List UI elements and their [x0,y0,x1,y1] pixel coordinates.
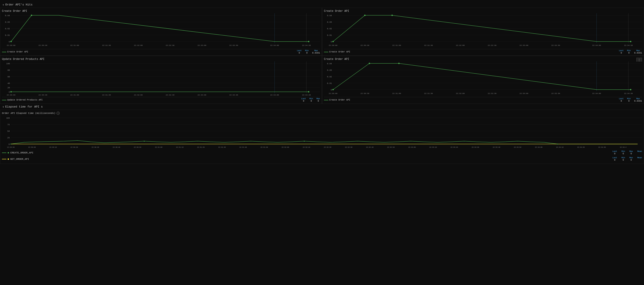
svg-text:22:32:20: 22:32:20 [324,146,331,148]
legend-line-4 [324,100,328,100]
svg-text:22:30:30: 22:30:30 [38,94,47,96]
page: ∨ Order API's Hits Create Order API 0.04… [0,0,644,285]
svg-point-116 [557,144,558,144]
create-order-stats: Last 0 Min 0 Max 0 Mean [612,150,642,155]
svg-text:22:31:00: 22:31:00 [155,146,162,148]
legend-label-4: Create Order API [329,99,350,101]
svg-text:22:31:50: 22:31:50 [260,146,268,148]
info-icon[interactable]: i [56,112,60,115]
svg-text:0: 0 [9,91,10,93]
chart-title-3: Update Ordered Products API [2,58,320,61]
svg-text:75: 75 [8,124,10,126]
chart-title-1: Create Order API [2,10,320,13]
svg-text:22:31:20: 22:31:20 [197,146,204,148]
svg-text:22:32:00: 22:32:00 [134,44,143,46]
svg-text:22:34:10: 22:34:10 [556,146,564,148]
svg-text:0.03: 0.03 [5,21,10,23]
svg-text:0.02: 0.02 [327,28,332,30]
svg-text:40: 40 [8,82,10,85]
elapsed-chart-title: Order API Elapsed time (milliseconds) [2,112,55,115]
legend-line-2 [324,52,328,52]
svg-text:22:33:00: 22:33:00 [408,146,416,148]
svg-point-64 [308,91,309,92]
create-order-legend-dot [8,152,9,153]
api-hits-section-header[interactable]: ∨ Order API's Hits [0,2,644,8]
stat-max-1: Max 0.0381 [312,50,320,54]
svg-text:22:34:30: 22:34:30 [624,92,633,94]
svg-text:25: 25 [8,137,10,139]
svg-text:100: 100 [6,63,10,65]
stat-min-4: Min 0 [627,98,631,102]
svg-text:22:30:00: 22:30:00 [7,44,16,46]
get-last-label: Last [612,157,617,159]
stat-group-3: Last 0 Min 0 Max 0 [301,98,320,102]
legend-3: Update Ordered Products API [2,99,42,101]
svg-text:22:29:50: 22:29:50 [7,146,15,148]
svg-text:22:31:30: 22:31:30 [424,92,433,94]
stat-last-label-1: Last [297,50,302,52]
elapsed-title-row: Order API Elapsed time (milliseconds) i [2,112,642,115]
stat-last-2: Last 0 [619,50,624,54]
svg-point-12 [308,41,309,42]
stat-max-label-4: Max [636,98,640,100]
chart-footer-1: Create Order API Last 0 Min 0 Max 0.0381 [2,49,320,55]
chart-footer-2: Create Order API Last 0 Min 0 Max 0.0381 [324,49,642,55]
svg-text:22:33:30: 22:33:30 [552,44,560,46]
svg-text:22:30:20: 22:30:20 [70,146,78,148]
get-mean-stat: Mean [637,157,642,161]
stat-group-1: Last 0 Min 0 Max 0.0381 [297,50,320,54]
svg-text:22:32:30: 22:32:30 [488,44,496,46]
svg-text:0.02: 0.02 [5,28,10,30]
chart-title-2: Create Order API [324,10,642,13]
svg-text:22:31:30: 22:31:30 [102,44,111,46]
get-min-label: Min [622,157,625,159]
chart-panel-create-order-1: Create Order API 0.04 0.03 0.02 0.01 0 [0,8,322,56]
api-hits-chevron: ∨ [2,4,4,6]
svg-point-89 [398,63,400,64]
more-button[interactable]: ⋮ [636,58,642,62]
elapsed-chart-panel: Order API Elapsed time (milliseconds) i … [0,110,644,164]
stat-max-label-2: Max [636,50,640,52]
stat-max-value-1: 0.0381 [312,52,320,54]
stat-min-2: Min 0 [627,50,631,54]
svg-text:22:32:30: 22:32:30 [345,146,352,148]
svg-text:22:30:50: 22:30:50 [134,146,141,148]
chart-svg-3: 100 80 60 40 20 0 22:30:00 22:30:30 22:3… [2,62,320,97]
svg-point-113 [10,144,11,144]
elapsed-section-header[interactable]: ∨ Elapsed time for API s [0,104,644,110]
elapsed-chart-area: 100 75 50 25 0 22:29:50 22:30: [2,116,642,149]
create-min-label: Min [622,150,625,153]
svg-point-88 [369,63,370,64]
svg-text:22:31:00: 22:31:00 [70,94,79,96]
svg-text:22:34:00: 22:34:00 [592,92,601,94]
legend-line-3 [2,100,6,100]
get-max-stat: Max 0 [629,157,633,161]
create-mean-stat: Mean [637,150,642,155]
svg-text:22:33:30: 22:33:30 [230,44,238,46]
stat-max-value-2: 0.0381 [634,52,642,54]
svg-text:22:32:00: 22:32:00 [456,44,465,46]
svg-text:22:32:00: 22:32:00 [134,94,143,96]
create-order-legend-line [2,153,6,153]
svg-text:22:34:20: 22:34:20 [577,146,584,148]
svg-text:22:34:30: 22:34:30 [302,44,311,46]
svg-text:20: 20 [8,87,10,89]
create-order-legend-label: CREATE_ORDER_API [10,151,34,154]
svg-point-114 [144,141,144,142]
api-hits-title: Order API's Hits [5,3,32,6]
legend-label-1: Create Order API [7,51,28,53]
stat-min-3: Min 0 [310,98,313,102]
svg-text:22:30:40: 22:30:40 [113,146,120,148]
stat-last-3: Last 0 [301,98,306,102]
stat-max-label-1: Max [314,50,318,52]
stat-min-label-2: Min [627,50,631,52]
svg-text:0.04: 0.04 [327,15,332,17]
get-order-legend: GET_ORDER_API [2,158,29,160]
svg-text:22:34:00: 22:34:00 [535,146,542,148]
svg-text:0: 0 [8,143,10,146]
stat-min-label-4: Min [627,98,631,100]
svg-point-38 [630,41,631,42]
svg-text:22:34:00: 22:34:00 [270,44,279,46]
svg-text:22:33:00: 22:33:00 [520,44,528,46]
svg-text:22:32:10: 22:32:10 [303,146,310,148]
